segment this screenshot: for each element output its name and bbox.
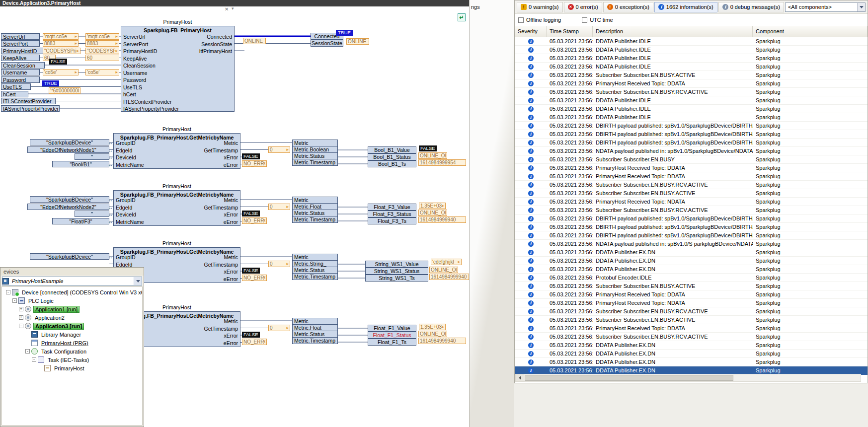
input-literal-box[interactable]: "Bool/B1" [52,161,109,167]
metric-struct-box[interactable]: Metric Metric.Float Metric.Status Metric… [292,318,338,344]
log-row[interactable]: 05.03.2021 23:56:39 DBIRTH payload publi… [515,139,868,147]
input-literal-box[interactable]: '' [75,211,109,217]
log-row[interactable]: 05.03.2021 23:56:39 DDATA Publisher.IDLE… [515,54,868,63]
tree-item[interactable]: + Application1 [run] [2,305,142,313]
log-row[interactable]: 05.03.2021 23:56:39 DDATA Publisher.IDLE… [515,113,868,122]
log-row[interactable]: 05.03.2021 23:56:39 Subscriber Subscribe… [515,206,868,214]
column-header-timestamp[interactable]: Time Stamp [547,26,593,37]
combo-dropdown-button[interactable] [134,277,142,285]
input-var-box[interactable]: Password [1,76,40,83]
scroll-left-button[interactable] [516,374,524,381]
log-row[interactable]: 05.03.2021 23:56:39 DDATA Publisher.IDLE… [515,37,868,46]
tree-item[interactable]: + Application2 [2,313,142,322]
log-row[interactable]: 05.03.2021 23:56:38 DBIRTH payload publi… [515,231,868,240]
output-var-box[interactable]: Bool_B1_Ts [368,160,416,167]
project-combo[interactable]: PrimaryHostExample [2,277,142,285]
column-header-description[interactable]: Description [593,26,753,37]
scrollbar-thumb[interactable] [525,375,733,381]
output-var-box[interactable]: Float_F3_Status [368,211,416,217]
log-row[interactable]: 05.03.2021 23:56:38 DDATA Publisher.EX.D… [515,248,868,257]
log-row[interactable]: 05.03.2021 23:56:39 PrimaryHost Received… [515,198,868,206]
log-row[interactable]: 05.03.2021 23:56:38 Subscriber Subscribe… [515,333,868,341]
metric-struct-box[interactable]: Metric Metric.Float Metric.Status Metric… [292,197,338,223]
column-header-component[interactable]: Component [753,26,868,37]
log-row[interactable]: 05.03.2021 23:56:38 Protobuf Encoder.IDL… [515,274,868,282]
input-literal-box[interactable]: "SparkplugBDevice" [30,253,109,260]
close-icon[interactable]: ✕ [225,6,229,12]
log-row[interactable]: 05.03.2021 23:56:38 DBIRTH payload publi… [515,223,868,231]
utc-time-checkbox[interactable]: UTC time [582,17,613,23]
column-header-severity[interactable]: Severity [515,26,547,37]
input-var-box[interactable]: Username [1,69,40,75]
log-row[interactable]: 05.03.2021 23:56:38 DDATA Publisher.EX.D… [515,265,868,274]
output-var-box[interactable]: Bool_B1_Value [368,146,416,153]
tree-item[interactable]: - Device [connected] (CODESYS Control Wi… [2,288,142,296]
log-row[interactable]: 05.03.2021 23:56:38 PrimaryHost Received… [515,290,868,299]
output-var-box[interactable]: Float_F1_Value [368,325,416,332]
offline-logging-checkbox[interactable]: Offline logging [518,17,561,23]
output-var-box[interactable]: Bool_B1_Status [368,153,416,160]
log-row[interactable]: 05.03.2021 23:56:39 PrimaryHost Received… [515,79,868,88]
log-row[interactable]: 05.03.2021 23:56:38 Subscriber Subscribe… [515,316,868,324]
input-var-box[interactable]: PrimaryHostID [1,48,45,54]
component-filter-combo[interactable]: <All components> [785,2,866,12]
tree-item[interactable]: PrimaryHost (PRG) [2,339,142,347]
log-row[interactable]: 05.03.2021 23:56:39 PrimaryHost Received… [515,164,868,172]
tree-item[interactable]: - PLC Logic [2,296,142,305]
tree-item[interactable]: Library Manager [2,330,142,339]
log-row[interactable]: 05.03.2021 23:56:39 DBIRTH payload publi… [515,130,868,139]
getmetric-block-2[interactable]: Sparkplug.FB_PrimaryHost.GetMetricbyName… [113,190,240,226]
tree-expander[interactable]: - [32,357,36,362]
tree-expander[interactable]: - [6,290,10,294]
input-var-box[interactable]: KeepAlive [1,55,40,61]
output-var-box[interactable]: String_WS1_Status [365,268,428,275]
log-row[interactable]: 05.03.2021 23:56:39 NDATA Publisher.IDLE… [515,63,868,71]
tree-expander[interactable]: + [19,307,23,311]
output-var-box[interactable]: String_WS1_Value [365,261,428,268]
log-row[interactable]: 05.03.2021 23:56:38 Subscriber Subscribe… [515,282,868,290]
log-row[interactable]: 05.03.2021 23:56:39 Subscriber Subscribe… [515,71,868,79]
log-row[interactable]: 05.03.2021 23:56:38 DDATA Publisher.EX.D… [515,341,868,350]
getmetric-block-1[interactable]: Sparkplug.FB_PrimaryHost.GetMetricbyName… [113,133,240,169]
tree-item[interactable]: - Task (IEC-Tasks) [2,356,142,364]
log-filter-button[interactable]: 0 exception(s) [603,2,653,12]
input-literal-box[interactable]: "SparkplugBDevice" [30,196,109,203]
input-literal-box[interactable]: "EdgeOfNetworkNode1" [27,146,109,153]
tree-expander[interactable] [38,366,43,370]
log-row[interactable]: 05.03.2021 23:56:39 Subscriber Subscribe… [515,189,868,198]
log-row[interactable]: 05.03.2021 23:56:39 DDATA Publisher.IDLE… [515,105,868,113]
log-filter-button[interactable]: 0 warning(s) [517,2,563,12]
output-var-box[interactable]: SessionState [311,40,343,47]
output-var-box[interactable]: Float_F1_Status [368,332,416,339]
editor-corner-icon[interactable]: ↵ [458,13,466,21]
tree-expander[interactable] [25,332,30,337]
log-row[interactable]: 05.03.2021 23:56:38 NDATA payload publis… [515,240,868,248]
input-var-box[interactable]: ITLSContextProvider [1,98,56,104]
metric-struct-box[interactable]: Metric Metric.Boolean Metric.Status Metr… [292,140,338,166]
log-row[interactable]: 05.03.2021 23:56:38 PrimaryHost Received… [515,324,868,333]
input-literal-box[interactable]: "Float/F3" [52,218,109,224]
log-row[interactable]: 05.03.2021 23:56:38 DDATA Publisher.EX.D… [515,350,868,358]
log-row[interactable]: 05.03.2021 23:56:39 Subscriber Subscribe… [515,181,868,189]
chevron-down-icon[interactable]: ▾ [232,6,234,11]
input-var-box[interactable]: ServerPort [1,40,40,47]
log-row[interactable]: 05.03.2021 23:56:38 DBIRTH payload publi… [515,214,868,223]
input-var-box[interactable]: UseTLS [1,83,31,90]
output-var-box[interactable]: String_WS1_Ts [365,275,428,282]
input-var-box[interactable]: ServerUrl [1,33,40,40]
tree-expander[interactable] [25,341,30,345]
log-row[interactable]: 05.03.2021 23:56:39 DDATA Publisher.IDLE… [515,96,868,105]
output-var-box[interactable]: Float_F1_Ts [368,339,416,346]
log-row[interactable]: 05.03.2021 23:56:39 NDATA payload publis… [515,147,868,155]
log-row[interactable]: 05.03.2021 23:56:39 PrimaryHost Received… [515,172,868,181]
combo-dropdown-button[interactable] [857,3,865,11]
output-var-box[interactable]: Float_F3_Value [368,204,416,211]
output-var-box[interactable]: Float_F3_Ts [368,217,416,224]
log-row[interactable]: 05.03.2021 23:56:39 Subscriber Subscribe… [515,155,868,164]
log-row[interactable]: 05.03.2021 23:56:38 DDATA Publisher.EX.D… [515,358,868,366]
input-var-box[interactable]: hCert [1,91,28,97]
tree-item[interactable]: - Application3 [run] [2,322,142,330]
input-var-box[interactable]: CleanSession [1,62,45,69]
metric-struct-box[interactable]: Metric Metric.String_ Metric.Status Metr… [292,254,338,280]
input-var-box[interactable]: IASyncPropertyProvider [1,105,60,112]
